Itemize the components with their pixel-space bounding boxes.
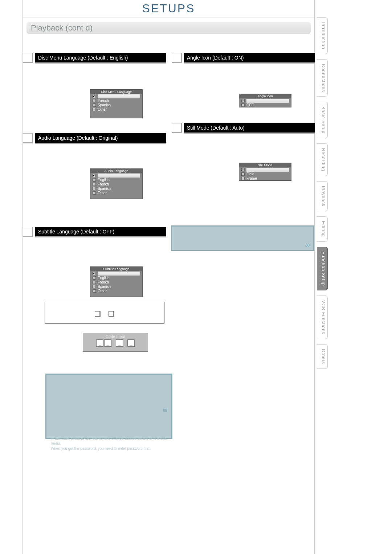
tab-connections[interactable]: Connections bbox=[317, 59, 328, 97]
checkbox-icon bbox=[93, 272, 96, 275]
tab-playback[interactable]: Playback bbox=[317, 181, 328, 211]
menu-option[interactable]: Other bbox=[90, 107, 142, 111]
menu-title: Still Mode bbox=[239, 163, 291, 167]
option-label: French bbox=[98, 182, 140, 186]
block-still-mode: 8 Still Mode (Default : Auto) Select the… bbox=[172, 123, 315, 143]
menu-option[interactable]: Auto bbox=[239, 167, 291, 172]
menu-title: Subtitle Language bbox=[90, 267, 142, 271]
block-desc: Set the Angle Icon. bbox=[172, 64, 315, 73]
hint-link[interactable]: 80 bbox=[306, 243, 310, 248]
side-tabs: Introduction Connections Basic Setup Rec… bbox=[317, 17, 329, 374]
checkbox-icon bbox=[93, 103, 96, 107]
menu-still-mode: Still Mode Auto Field Frame bbox=[239, 163, 291, 181]
checkbox-icon bbox=[93, 95, 96, 98]
block-title: Disc Menu Language (Default : English) bbox=[35, 53, 166, 64]
block-angle-icon: 7 Angle Icon (Default : ON) Set the Angl… bbox=[172, 53, 315, 73]
note-bullet: Audio Language : When the selected langu… bbox=[51, 400, 167, 411]
hint-bullet: Details about Angle Icon are on page bbox=[176, 244, 310, 249]
menu-option[interactable]: Original bbox=[90, 173, 142, 178]
code-digit[interactable]: _ bbox=[127, 339, 135, 347]
checkbox-icon bbox=[241, 177, 245, 180]
page-frame: SETUPS Playback (cont d) 4 Disc Menu Lan… bbox=[23, 0, 315, 554]
code-digit[interactable]: _ bbox=[104, 339, 111, 347]
menu-option[interactable]: Spanish bbox=[90, 103, 142, 107]
note-bullet: Some DVDs may be played in a different l… bbox=[51, 411, 167, 421]
menu-option[interactable]: ON bbox=[239, 98, 291, 103]
menu-option[interactable]: OFF bbox=[239, 103, 291, 107]
checkbox-icon bbox=[93, 191, 96, 195]
checkbox-icon bbox=[93, 178, 96, 182]
menu-option[interactable]: French bbox=[90, 98, 142, 103]
step-number: 8 bbox=[172, 123, 182, 133]
checkbox-icon bbox=[93, 108, 96, 111]
key-icon bbox=[95, 311, 101, 317]
tab-function-setup[interactable]: Function Setup bbox=[317, 247, 328, 291]
tab-basic-setup[interactable]: Basic Setup bbox=[317, 102, 328, 138]
menu-option[interactable]: OFF bbox=[90, 271, 142, 276]
checkbox-icon bbox=[93, 285, 96, 288]
checkbox-icon bbox=[93, 174, 96, 177]
checkbox-icon bbox=[241, 103, 245, 107]
option-label: French bbox=[98, 99, 140, 103]
step-number: 7 bbox=[172, 53, 182, 63]
checkbox-icon bbox=[93, 281, 96, 284]
option-label: English bbox=[98, 276, 140, 280]
menu-option[interactable]: Other bbox=[90, 191, 142, 195]
note-bullet: When you got the password, you need to e… bbox=[51, 446, 167, 451]
checkbox-icon bbox=[93, 99, 96, 102]
tab-others[interactable]: Others bbox=[317, 344, 328, 369]
menu-subtitle-language: Subtitle Language OFF English French Spa… bbox=[90, 266, 143, 297]
content-area: 4 Disc Menu Language (Default : English)… bbox=[23, 34, 314, 554]
block-desc: Set the Subtitle Language. bbox=[23, 237, 166, 247]
menu-option[interactable]: French bbox=[90, 280, 142, 284]
block-disc-menu-language: 4 Disc Menu Language (Default : English)… bbox=[23, 53, 166, 73]
menu-option[interactable]: French bbox=[90, 182, 142, 186]
menu-option[interactable]: Other bbox=[90, 289, 142, 293]
menu-title: Disc Menu Language bbox=[90, 90, 142, 94]
tab-editing[interactable]: Editing bbox=[317, 216, 328, 242]
code-input-box: Code Input _ _ - _ - _ bbox=[83, 333, 148, 352]
note-link[interactable]: 80 bbox=[163, 408, 167, 413]
option-label: Spanish bbox=[98, 285, 140, 289]
block-title: Subtitle Language (Default : OFF) bbox=[35, 227, 166, 237]
note-bullet: Some DVDs may not be set to display a Su… bbox=[51, 421, 167, 431]
menu-option[interactable]: Spanish bbox=[90, 284, 142, 289]
note-box: Note If the DVD s language for Disc Menu… bbox=[45, 374, 172, 439]
tab-recording[interactable]: Recording bbox=[317, 143, 328, 176]
hint-title: Hint bbox=[176, 229, 310, 234]
option-label: OFF bbox=[246, 103, 289, 107]
menu-audio-language: Audio Language Original English French S… bbox=[90, 168, 143, 199]
block-title: Still Mode (Default : Auto) bbox=[184, 123, 315, 134]
note-bullet: Some DVDs allow you to change Subtitle s… bbox=[51, 431, 167, 446]
checkbox-icon bbox=[241, 99, 245, 102]
checkbox-icon bbox=[93, 289, 96, 293]
other-instruction-box: If Other is selected, press 4-digit code… bbox=[45, 302, 164, 323]
block-title: Audio Language (Default : Original) bbox=[35, 133, 166, 144]
code-digit[interactable]: _ bbox=[116, 339, 123, 347]
step-number: 5 bbox=[23, 133, 33, 143]
checkbox-icon bbox=[93, 276, 96, 280]
hint-box: Hint Language options are not changeable… bbox=[171, 225, 314, 251]
block-subtitle-language: 6 Subtitle Language (Default : OFF) Set … bbox=[23, 227, 166, 247]
option-label: Other bbox=[98, 191, 140, 195]
checkbox-icon bbox=[93, 183, 96, 186]
option-label: Field bbox=[246, 172, 289, 176]
menu-option[interactable]: Field bbox=[239, 172, 291, 176]
step-number: 4 bbox=[23, 53, 33, 63]
block-desc: Select the still mode. bbox=[172, 134, 315, 143]
checkbox-icon bbox=[241, 168, 245, 171]
option-label: Spanish bbox=[98, 103, 140, 107]
block-desc: Set the Audio Language. bbox=[23, 144, 166, 154]
menu-option[interactable]: Spanish bbox=[90, 186, 142, 191]
menu-option[interactable]: English bbox=[90, 94, 142, 98]
option-label: Spanish bbox=[98, 187, 140, 191]
menu-option[interactable]: English bbox=[90, 276, 142, 280]
code-digit[interactable]: _ bbox=[96, 339, 103, 347]
tab-vcr-functions[interactable]: VCR Functions bbox=[317, 296, 328, 339]
option-label: Frame bbox=[246, 176, 289, 180]
menu-disc-menu-language: Disc Menu Language English French Spanis… bbox=[90, 89, 143, 118]
menu-option[interactable]: Frame bbox=[239, 176, 291, 180]
tab-introduction[interactable]: Introduction bbox=[317, 17, 328, 54]
menu-option[interactable]: English bbox=[90, 178, 142, 182]
code-sep: - bbox=[112, 339, 115, 347]
